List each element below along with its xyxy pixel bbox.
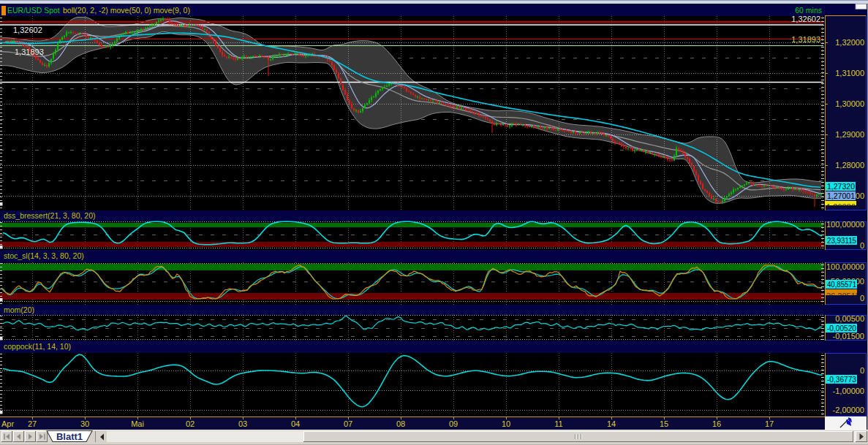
svg-text:Apr: Apr: [1, 419, 14, 428]
svg-text:1,31000: 1,31000: [835, 69, 864, 77]
svg-text:1,32602: 1,32602: [791, 15, 820, 23]
svg-text:27: 27: [28, 419, 37, 428]
svg-text:1,32000: 1,32000: [835, 38, 864, 47]
svg-text:-0,36773: -0,36773: [827, 375, 856, 384]
svg-text:14: 14: [607, 419, 616, 428]
svg-text:-2,00000: -2,00000: [833, 406, 864, 414]
svg-text:08: 08: [396, 419, 405, 428]
svg-text:-0,01500: -0,01500: [833, 332, 864, 341]
svg-text:Mai: Mai: [131, 419, 144, 428]
svg-text:16: 16: [712, 419, 721, 428]
svg-text:40,85571: 40,85571: [827, 280, 856, 289]
svg-text:100,00000: 100,00000: [826, 220, 864, 229]
svg-text:stoc_sl(14, 3, 3, 80, 20): stoc_sl(14, 3, 3, 80, 20): [4, 251, 84, 260]
svg-text:1,27001: 1,27001: [827, 191, 855, 200]
svg-text:30: 30: [80, 419, 89, 428]
svg-text:1,28000: 1,28000: [835, 161, 864, 170]
svg-text:17: 17: [765, 419, 774, 428]
svg-text:0: 0: [860, 241, 864, 250]
svg-text:1,30000: 1,30000: [835, 99, 864, 108]
svg-text:mom(20): mom(20): [4, 305, 34, 314]
svg-text:04: 04: [291, 419, 300, 428]
svg-text:Blatt1: Blatt1: [56, 431, 83, 442]
svg-text:15: 15: [660, 419, 668, 428]
svg-text:02: 02: [186, 419, 195, 428]
svg-text:coppock(11, 14, 10): coppock(11, 14, 10): [4, 342, 71, 351]
svg-text:EUR/USD Spot: EUR/USD Spot: [7, 6, 60, 15]
svg-text:1,32602: 1,32602: [13, 26, 42, 34]
svg-text:03: 03: [238, 419, 247, 428]
svg-text:1,27320: 1,27320: [827, 182, 855, 191]
svg-text:1,31893: 1,31893: [15, 47, 44, 56]
svg-text:07: 07: [344, 419, 352, 428]
svg-text:0: 0: [860, 294, 864, 303]
svg-text:60 mins: 60 mins: [795, 6, 822, 15]
svg-text:23,93115: 23,93115: [827, 236, 856, 245]
svg-text:-1,00000: -1,00000: [833, 387, 864, 395]
svg-text:-0,00520: -0,00520: [827, 324, 856, 332]
svg-text:100,00000: 100,00000: [826, 262, 864, 271]
svg-text:dss_bressert(21, 3, 80, 20): dss_bressert(21, 3, 80, 20): [4, 211, 95, 220]
svg-text:1,31893: 1,31893: [791, 35, 820, 44]
svg-text:boll(20, 2, -2) move(50, 0) mo: boll(20, 2, -2) move(50, 0) move(9, 0): [63, 6, 190, 15]
svg-text:0: 0: [860, 366, 864, 375]
svg-text:0,00500: 0,00500: [835, 314, 864, 323]
svg-text:10: 10: [502, 419, 510, 428]
svg-text:11: 11: [554, 419, 562, 428]
svg-text:09: 09: [449, 419, 458, 428]
svg-text:1,29000: 1,29000: [835, 130, 864, 139]
